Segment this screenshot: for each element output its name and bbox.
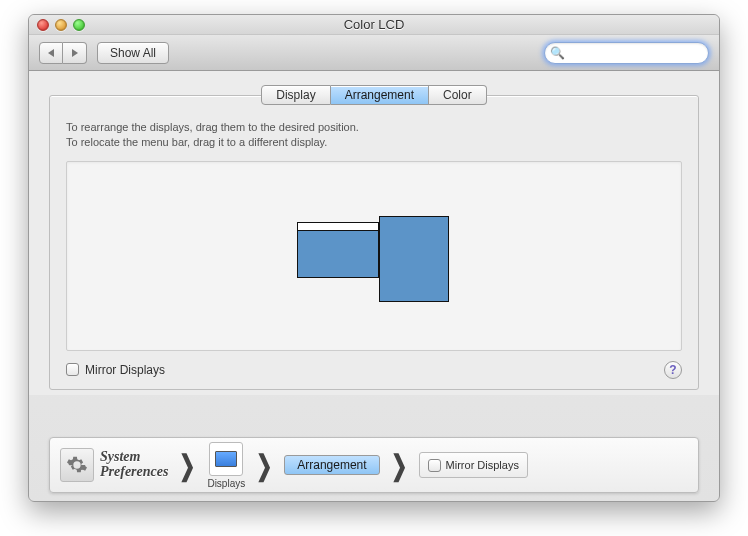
breadcrumb-arrangement-tab[interactable]: Arrangement [284,455,379,475]
checkbox-box-icon [428,459,441,472]
breadcrumb-strip: System Preferences ❯ Displays ❯ Arrangem… [49,437,699,493]
toolbar: Show All 🔍 [29,35,719,71]
breadcrumb-system-preferences[interactable]: System Preferences [60,448,168,482]
system-preferences-icon [60,448,94,482]
help-button[interactable]: ? [664,361,682,379]
chevron-icon: ❯ [255,449,274,482]
search-input[interactable] [544,42,709,64]
tab-display[interactable]: Display [261,85,330,105]
titlebar: Color LCD [29,15,719,35]
forward-button[interactable] [63,42,87,64]
breadcrumb-displays[interactable]: Displays [207,442,245,489]
breadcrumb-mirror-checkbox[interactable]: Mirror Displays [419,452,528,478]
search-icon: 🔍 [550,46,565,60]
chevron-icon: ❯ [390,449,409,482]
tab-color[interactable]: Color [429,85,487,105]
displays-icon [209,442,243,476]
mirror-displays-checkbox[interactable]: Mirror Displays [66,363,165,377]
search-wrapper: 🔍 [544,42,709,64]
monitor-icon [215,451,237,467]
back-button[interactable] [39,42,63,64]
nav-back-forward [39,42,87,64]
display-primary[interactable] [297,222,379,278]
window-title: Color LCD [29,17,719,32]
checkbox-box-icon [66,363,79,376]
mirror-displays-label: Mirror Displays [85,363,165,377]
arrangement-panel: To rearrange the displays, drag them to … [49,95,699,390]
menu-bar-indicator[interactable] [298,223,378,231]
display-secondary[interactable] [379,216,449,302]
panel-footer: Mirror Displays ? [66,361,682,379]
tab-arrangement[interactable]: Arrangement [331,85,429,105]
show-all-button[interactable]: Show All [97,42,169,64]
instructions: To rearrange the displays, drag them to … [66,120,682,151]
breadcrumb-sys-label: System Preferences [100,450,168,479]
back-arrow-icon [48,49,54,57]
chevron-icon: ❯ [178,449,197,482]
forward-arrow-icon [72,49,78,57]
preferences-window: Color LCD Show All 🔍 Display Arrangement… [28,14,720,502]
instruction-line-2: To relocate the menu bar, drag it to a d… [66,135,682,150]
tab-bar: Display Arrangement Color [49,85,699,105]
content-area: Display Arrangement Color To rearrange t… [29,71,719,395]
display-arrangement-area[interactable] [66,161,682,351]
gear-icon [66,454,88,476]
instruction-line-1: To rearrange the displays, drag them to … [66,120,682,135]
